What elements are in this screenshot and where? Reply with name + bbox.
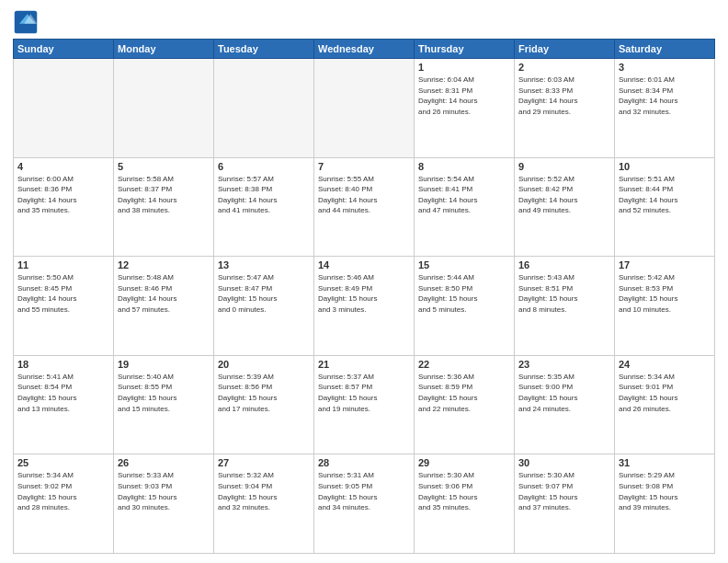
calendar-cell: 17Sunrise: 5:42 AM Sunset: 8:53 PM Dayli… bbox=[615, 257, 715, 356]
calendar-cell: 2Sunrise: 6:03 AM Sunset: 8:33 PM Daylig… bbox=[515, 59, 615, 158]
day-info: Sunrise: 5:40 AM Sunset: 8:55 PM Dayligh… bbox=[118, 372, 210, 414]
day-number: 18 bbox=[17, 359, 109, 370]
day-info: Sunrise: 6:03 AM Sunset: 8:33 PM Dayligh… bbox=[518, 75, 610, 117]
day-number: 8 bbox=[418, 161, 510, 172]
day-number: 28 bbox=[318, 457, 410, 468]
day-info: Sunrise: 6:04 AM Sunset: 8:31 PM Dayligh… bbox=[418, 75, 510, 117]
calendar-cell: 4Sunrise: 6:00 AM Sunset: 8:36 PM Daylig… bbox=[14, 157, 114, 257]
calendar-cell: 21Sunrise: 5:37 AM Sunset: 8:57 PM Dayli… bbox=[314, 355, 415, 454]
day-info: Sunrise: 6:01 AM Sunset: 8:34 PM Dayligh… bbox=[619, 75, 711, 117]
day-info: Sunrise: 5:48 AM Sunset: 8:46 PM Dayligh… bbox=[118, 272, 210, 315]
calendar-cell: 22Sunrise: 5:36 AM Sunset: 8:59 PM Dayli… bbox=[415, 355, 515, 454]
day-number: 14 bbox=[318, 259, 410, 270]
day-info: Sunrise: 5:57 AM Sunset: 8:38 PM Dayligh… bbox=[218, 174, 310, 216]
day-number: 19 bbox=[118, 359, 210, 370]
weekday-header-tuesday: Tuesday bbox=[214, 40, 314, 59]
day-info: Sunrise: 5:29 AM Sunset: 9:08 PM Dayligh… bbox=[619, 470, 711, 512]
day-info: Sunrise: 5:34 AM Sunset: 9:01 PM Dayligh… bbox=[619, 372, 711, 414]
calendar: SundayMondayTuesdayWednesdayThursdayFrid… bbox=[13, 39, 715, 554]
day-number: 31 bbox=[619, 457, 711, 468]
day-number: 3 bbox=[619, 62, 711, 73]
day-number: 6 bbox=[218, 161, 310, 172]
calendar-cell bbox=[14, 59, 114, 158]
weekday-header-monday: Monday bbox=[114, 40, 214, 59]
logo bbox=[13, 9, 42, 35]
day-info: Sunrise: 5:34 AM Sunset: 9:02 PM Dayligh… bbox=[17, 470, 109, 512]
calendar-cell: 10Sunrise: 5:51 AM Sunset: 8:44 PM Dayli… bbox=[615, 157, 715, 257]
day-info: Sunrise: 5:52 AM Sunset: 8:42 PM Dayligh… bbox=[518, 174, 610, 216]
calendar-cell: 23Sunrise: 5:35 AM Sunset: 9:00 PM Dayli… bbox=[515, 355, 615, 454]
calendar-cell bbox=[114, 59, 214, 158]
day-info: Sunrise: 5:51 AM Sunset: 8:44 PM Dayligh… bbox=[619, 174, 711, 216]
day-number: 2 bbox=[518, 62, 610, 73]
calendar-cell: 15Sunrise: 5:44 AM Sunset: 8:50 PM Dayli… bbox=[415, 257, 515, 356]
calendar-cell: 24Sunrise: 5:34 AM Sunset: 9:01 PM Dayli… bbox=[615, 355, 715, 454]
calendar-cell: 9Sunrise: 5:52 AM Sunset: 8:42 PM Daylig… bbox=[515, 157, 615, 257]
day-info: Sunrise: 6:00 AM Sunset: 8:36 PM Dayligh… bbox=[17, 174, 109, 216]
day-number: 7 bbox=[318, 161, 410, 172]
day-number: 1 bbox=[418, 62, 510, 73]
calendar-cell: 1Sunrise: 6:04 AM Sunset: 8:31 PM Daylig… bbox=[415, 59, 515, 158]
day-number: 5 bbox=[118, 161, 210, 172]
calendar-cell: 20Sunrise: 5:39 AM Sunset: 8:56 PM Dayli… bbox=[214, 355, 314, 454]
day-info: Sunrise: 5:31 AM Sunset: 9:05 PM Dayligh… bbox=[318, 470, 410, 512]
day-info: Sunrise: 5:37 AM Sunset: 8:57 PM Dayligh… bbox=[318, 372, 410, 414]
day-number: 10 bbox=[619, 161, 711, 172]
calendar-cell: 29Sunrise: 5:30 AM Sunset: 9:06 PM Dayli… bbox=[415, 454, 515, 554]
calendar-cell: 7Sunrise: 5:55 AM Sunset: 8:40 PM Daylig… bbox=[314, 157, 415, 257]
calendar-cell: 31Sunrise: 5:29 AM Sunset: 9:08 PM Dayli… bbox=[615, 454, 715, 554]
day-number: 29 bbox=[418, 457, 510, 468]
day-number: 21 bbox=[318, 359, 410, 370]
weekday-header-sunday: Sunday bbox=[14, 40, 114, 59]
logo-icon bbox=[13, 9, 39, 35]
day-info: Sunrise: 5:41 AM Sunset: 8:54 PM Dayligh… bbox=[17, 372, 109, 414]
day-number: 12 bbox=[118, 259, 210, 270]
weekday-header-thursday: Thursday bbox=[415, 40, 515, 59]
day-number: 13 bbox=[218, 259, 310, 270]
calendar-cell: 11Sunrise: 5:50 AM Sunset: 8:45 PM Dayli… bbox=[14, 257, 114, 356]
day-number: 22 bbox=[418, 359, 510, 370]
day-info: Sunrise: 5:43 AM Sunset: 8:51 PM Dayligh… bbox=[518, 272, 610, 315]
day-info: Sunrise: 5:35 AM Sunset: 9:00 PM Dayligh… bbox=[518, 372, 610, 414]
day-info: Sunrise: 5:33 AM Sunset: 9:03 PM Dayligh… bbox=[118, 470, 210, 512]
day-info: Sunrise: 5:47 AM Sunset: 8:47 PM Dayligh… bbox=[218, 272, 310, 315]
day-number: 23 bbox=[518, 359, 610, 370]
day-number: 27 bbox=[218, 457, 310, 468]
calendar-cell: 28Sunrise: 5:31 AM Sunset: 9:05 PM Dayli… bbox=[314, 454, 415, 554]
day-info: Sunrise: 5:42 AM Sunset: 8:53 PM Dayligh… bbox=[619, 272, 711, 315]
header bbox=[13, 9, 715, 35]
day-info: Sunrise: 5:30 AM Sunset: 9:07 PM Dayligh… bbox=[518, 470, 610, 512]
weekday-header-saturday: Saturday bbox=[615, 40, 715, 59]
day-number: 20 bbox=[218, 359, 310, 370]
day-info: Sunrise: 5:58 AM Sunset: 8:37 PM Dayligh… bbox=[118, 174, 210, 216]
calendar-cell: 13Sunrise: 5:47 AM Sunset: 8:47 PM Dayli… bbox=[214, 257, 314, 356]
calendar-cell: 30Sunrise: 5:30 AM Sunset: 9:07 PM Dayli… bbox=[515, 454, 615, 554]
day-info: Sunrise: 5:44 AM Sunset: 8:50 PM Dayligh… bbox=[418, 272, 510, 315]
calendar-cell bbox=[314, 59, 415, 158]
calendar-cell: 19Sunrise: 5:40 AM Sunset: 8:55 PM Dayli… bbox=[114, 355, 214, 454]
day-info: Sunrise: 5:54 AM Sunset: 8:41 PM Dayligh… bbox=[418, 174, 510, 216]
page: SundayMondayTuesdayWednesdayThursdayFrid… bbox=[0, 0, 728, 563]
day-info: Sunrise: 5:36 AM Sunset: 8:59 PM Dayligh… bbox=[418, 372, 510, 414]
day-number: 30 bbox=[518, 457, 610, 468]
day-number: 15 bbox=[418, 259, 510, 270]
day-number: 16 bbox=[518, 259, 610, 270]
day-number: 17 bbox=[619, 259, 711, 270]
day-number: 9 bbox=[518, 161, 610, 172]
day-info: Sunrise: 5:50 AM Sunset: 8:45 PM Dayligh… bbox=[17, 272, 109, 315]
day-number: 4 bbox=[17, 161, 109, 172]
day-info: Sunrise: 5:32 AM Sunset: 9:04 PM Dayligh… bbox=[218, 470, 310, 512]
weekday-header-wednesday: Wednesday bbox=[314, 40, 415, 59]
day-info: Sunrise: 5:55 AM Sunset: 8:40 PM Dayligh… bbox=[318, 174, 410, 216]
weekday-header-friday: Friday bbox=[515, 40, 615, 59]
calendar-cell: 18Sunrise: 5:41 AM Sunset: 8:54 PM Dayli… bbox=[14, 355, 114, 454]
calendar-cell: 5Sunrise: 5:58 AM Sunset: 8:37 PM Daylig… bbox=[114, 157, 214, 257]
calendar-cell: 3Sunrise: 6:01 AM Sunset: 8:34 PM Daylig… bbox=[615, 59, 715, 158]
calendar-cell: 25Sunrise: 5:34 AM Sunset: 9:02 PM Dayli… bbox=[14, 454, 114, 554]
day-number: 11 bbox=[17, 259, 109, 270]
day-info: Sunrise: 5:46 AM Sunset: 8:49 PM Dayligh… bbox=[318, 272, 410, 315]
day-number: 24 bbox=[619, 359, 711, 370]
calendar-cell bbox=[214, 59, 314, 158]
day-info: Sunrise: 5:39 AM Sunset: 8:56 PM Dayligh… bbox=[218, 372, 310, 414]
calendar-cell: 14Sunrise: 5:46 AM Sunset: 8:49 PM Dayli… bbox=[314, 257, 415, 356]
